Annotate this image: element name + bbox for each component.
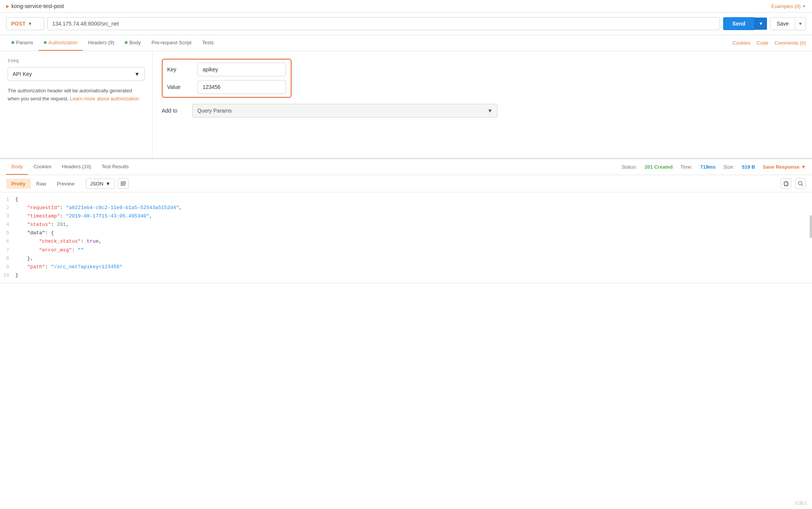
send-dropdown-button[interactable]: ▼ [754, 18, 767, 30]
response-tabs-left: Body Cookies Headers (10) Test Results [6, 159, 134, 175]
key-input[interactable] [198, 63, 286, 76]
size-label: Size: [723, 164, 734, 170]
code-lines-container: 1{2 "requestId": "a6221eb4-c0c2-11e9-b1a… [0, 195, 812, 280]
code-line: 8 }, [0, 254, 812, 263]
cookies-link[interactable]: Cookies [733, 40, 751, 46]
url-bar: POST ▼ Send ▼ Save ▼ [0, 13, 812, 35]
request-tabs-right: Cookies Code Comments (0) [733, 40, 806, 46]
response-status-bar: Status: 201 Created Time: 719ms Size: 51… [622, 164, 806, 170]
code-line: 5 "data": { [0, 229, 812, 237]
code-line: 1{ [0, 195, 812, 204]
search-icon [798, 181, 804, 187]
save-dropdown-button[interactable]: ▼ [795, 18, 806, 29]
value-input[interactable] [198, 80, 286, 94]
response-body-code: 1{2 "requestId": "a6221eb4-c0c2-11e9-b1a… [0, 192, 812, 283]
send-button-group: Send ▼ [723, 17, 767, 30]
add-to-chevron-icon: ▼ [487, 108, 493, 114]
examples-button[interactable]: Examples (0) ▼ [772, 3, 806, 9]
code-line: 6 "check_status": true, [0, 237, 812, 246]
collection-arrow-icon[interactable]: ▶ [6, 4, 9, 9]
format-tab-pretty[interactable]: Pretty [6, 179, 31, 189]
format-chevron-icon: ▼ [106, 181, 111, 187]
type-chevron-icon: ▼ [134, 71, 140, 77]
comments-link[interactable]: Comments (0) [775, 40, 806, 46]
tab-authorization[interactable]: Authorization [39, 35, 83, 51]
method-chevron-icon: ▼ [28, 21, 32, 26]
key-field: Key [167, 63, 286, 76]
request-tabs-bar: Params Authorization Headers (9) Body Pr… [0, 35, 812, 51]
resp-tab-headers[interactable]: Headers (10) [57, 159, 97, 175]
format-tab-raw[interactable]: Raw [31, 179, 52, 189]
add-to-field: Add to Query Params ▼ [162, 104, 803, 118]
format-type-label: JSON [90, 181, 103, 187]
body-toolbar-right [781, 178, 806, 189]
tab-body[interactable]: Body [119, 35, 146, 51]
svg-rect-0 [121, 182, 126, 182]
resp-tab-body[interactable]: Body [6, 159, 28, 175]
collection-title: kong-service-test-post [11, 3, 64, 9]
format-type-dropdown[interactable]: JSON ▼ [86, 179, 115, 189]
add-to-dropdown[interactable]: Query Params ▼ [192, 104, 498, 118]
response-tabs-bar: Body Cookies Headers (10) Test Results S… [0, 158, 812, 175]
code-line: 7 "error_msg": "" [0, 246, 812, 254]
type-label: TYPE [8, 59, 145, 63]
code-link[interactable]: Code [757, 40, 768, 46]
method-label: POST [11, 21, 26, 27]
code-line: 4 "status": 201, [0, 221, 812, 229]
request-tabs-left: Params Authorization Headers (9) Body Pr… [6, 35, 219, 51]
size-value: 519 B [742, 164, 755, 170]
copy-icon [783, 180, 789, 187]
auth-left-panel: TYPE API Key ▼ The authorization header … [0, 51, 153, 158]
method-dropdown[interactable]: POST ▼ [6, 17, 44, 30]
url-input[interactable] [47, 17, 720, 30]
svg-rect-2 [121, 185, 125, 185]
collection-name-bar: ▶ kong-service-test-post [6, 3, 64, 9]
auth-right-panel: Key Value Add to Query Params ▼ [153, 51, 812, 158]
resp-tab-cookies[interactable]: Cookies [28, 159, 57, 175]
type-select-dropdown[interactable]: API Key ▼ [8, 67, 145, 81]
save-button[interactable]: Save [770, 18, 795, 30]
value-field: Value [167, 80, 286, 94]
wrap-icon [120, 180, 126, 187]
params-dot [11, 41, 14, 44]
save-response-button[interactable]: Save Response ▼ [763, 164, 806, 170]
add-to-value: Query Params [197, 108, 232, 114]
svg-rect-1 [121, 183, 124, 184]
format-tabs: Pretty Raw Preview [6, 179, 80, 189]
type-value: API Key [13, 71, 32, 77]
tab-params[interactable]: Params [6, 35, 39, 51]
code-line: 3 "timestamp": "2019-08-17T15:43:05.4953… [0, 212, 812, 221]
body-dot [125, 41, 127, 44]
code-line: 2 "requestId": "a6221eb4-c0c2-11e9-b1a5-… [0, 204, 812, 212]
status-value: 201 Created [644, 164, 673, 170]
copy-button[interactable] [781, 178, 791, 189]
tab-tests[interactable]: Tests [197, 35, 219, 51]
auth-dot [44, 41, 47, 44]
tab-pre-request[interactable]: Pre-request Script [146, 35, 197, 51]
key-label: Key [167, 66, 198, 72]
time-value: 719ms [700, 164, 715, 170]
format-tab-preview[interactable]: Preview [52, 179, 80, 189]
code-line: 10} [0, 271, 812, 280]
save-button-group: Save ▼ [770, 17, 806, 30]
add-to-label: Add to [162, 108, 192, 114]
code-line: 9 "path": "/src_net?apikey=123456" [0, 263, 812, 271]
scrollbar-thumb[interactable] [810, 215, 812, 238]
learn-more-link[interactable]: Learn more about authorization [70, 96, 139, 101]
tab-headers[interactable]: Headers (9) [83, 35, 120, 51]
search-in-response-button[interactable] [795, 178, 806, 189]
time-label: Time: [680, 164, 693, 170]
body-toolbar: Pretty Raw Preview JSON ▼ [0, 175, 812, 192]
value-label: Value [167, 84, 198, 90]
auth-section: TYPE API Key ▼ The authorization header … [0, 51, 812, 158]
auth-description: The authorization header will be automat… [8, 87, 145, 103]
top-bar: ▶ kong-service-test-post Examples (0) ▼ [0, 0, 812, 13]
send-button[interactable]: Send [723, 17, 754, 30]
wrap-lines-button[interactable] [118, 178, 129, 189]
svg-line-7 [801, 184, 803, 186]
status-label: Status: [622, 164, 637, 170]
resp-tab-test-results[interactable]: Test Results [96, 159, 134, 175]
svg-point-6 [798, 181, 802, 185]
